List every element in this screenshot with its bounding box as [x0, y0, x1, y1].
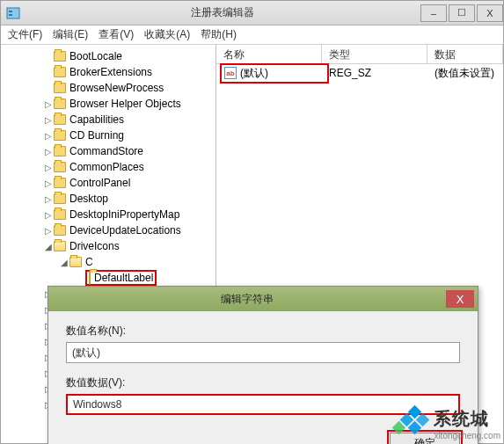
folder-icon: [54, 162, 66, 172]
dialog-titlebar: 编辑字符串 X: [48, 287, 478, 311]
tree-item-highlight: DefaultLabel: [85, 270, 157, 286]
menubar: 文件(F) 编辑(E) 查看(V) 收藏夹(A) 帮助(H): [1, 25, 503, 45]
tree-label: Desktop: [69, 193, 108, 205]
tree-label: CD Burning: [69, 129, 124, 142]
value-data: (数值未设置): [435, 66, 503, 81]
expander-icon[interactable]: ▷: [43, 131, 54, 141]
expander-icon[interactable]: ▷: [43, 115, 54, 125]
watermark-brand: 系统城: [434, 407, 500, 431]
folder-icon: [69, 257, 82, 267]
expander-icon[interactable]: ◢: [43, 242, 54, 251]
tree-label: CommonPlaces: [69, 161, 144, 173]
tree-item[interactable]: BrokerExtensions: [1, 64, 215, 80]
dialog-title: 编辑字符串: [48, 292, 446, 307]
watermark-url: xitongcheng.com: [434, 431, 500, 440]
folder-icon: [54, 193, 66, 204]
tree-label: BrokerExtensions: [69, 66, 152, 78]
tree-label: DriveIcons: [69, 240, 120, 252]
menu-view[interactable]: 查看(V): [99, 27, 134, 42]
menu-favorites[interactable]: 收藏夹(A): [144, 27, 190, 42]
dialog-close-button[interactable]: X: [446, 290, 474, 308]
watermark-text: 系统城 xitongcheng.com: [434, 407, 500, 440]
tree-label: Capabilities: [69, 113, 124, 126]
folder-icon: [54, 241, 66, 251]
menu-edit[interactable]: 编辑(E): [53, 27, 88, 42]
string-value-icon: ab: [224, 67, 237, 79]
tree-label: DefaultLabel: [94, 272, 153, 284]
titlebar: 注册表编辑器 – ☐ X: [1, 1, 503, 25]
value-type: REG_SZ: [329, 67, 435, 79]
tree-label: DesktopIniPropertyMap: [69, 208, 179, 221]
expander-icon[interactable]: ▷: [43, 163, 54, 172]
tree-item[interactable]: ▷CommandStore: [1, 143, 215, 159]
minimize-button[interactable]: –: [420, 4, 447, 22]
folder-icon: [54, 178, 66, 188]
value-data-label: 数值数据(V):: [66, 375, 460, 390]
list-row[interactable]: ab (默认) REG_SZ (数值未设置): [216, 64, 503, 82]
folder-icon: [54, 225, 66, 236]
folder-icon: [54, 51, 66, 62]
value-name-highlight: ab (默认): [220, 63, 329, 84]
window-buttons: – ☐ X: [419, 4, 503, 22]
tree-label: BrowseNewProcess: [69, 82, 164, 94]
svg-rect-0: [7, 8, 19, 18]
header-type[interactable]: 类型: [322, 45, 427, 63]
folder-icon: [54, 67, 66, 77]
tree-item[interactable]: BootLocale: [1, 48, 215, 64]
expander-icon[interactable]: ▷: [43, 147, 54, 156]
tree-item[interactable]: ▷ControlPanel: [1, 175, 215, 191]
expander-icon[interactable]: ▷: [43, 210, 54, 220]
tree-item[interactable]: ▷CommonPlaces: [1, 159, 215, 175]
tree-label: CommandStore: [69, 145, 143, 157]
maximize-button[interactable]: ☐: [449, 4, 475, 22]
svg-rect-2: [9, 14, 12, 16]
folder-icon: [89, 271, 91, 285]
close-button[interactable]: X: [477, 4, 503, 22]
tree-item[interactable]: ▷CD Burning: [1, 127, 215, 143]
window-title: 注册表编辑器: [26, 5, 419, 20]
tree-item[interactable]: BrowseNewProcess: [1, 80, 215, 96]
tree-item[interactable]: ▷Capabilities: [1, 112, 215, 127]
tree-item[interactable]: ◢DriveIcons: [1, 238, 215, 254]
tree-label: BootLocale: [69, 50, 122, 62]
expander-icon[interactable]: ◢: [59, 258, 69, 267]
folder-icon: [54, 146, 66, 156]
tree-label: C: [85, 256, 93, 268]
tree-label: Browser Helper Objects: [69, 98, 181, 110]
folder-icon: [54, 209, 66, 220]
value-name-label: 数值名称(N):: [66, 324, 460, 338]
value-name-input[interactable]: [66, 342, 460, 363]
regedit-icon: [6, 6, 20, 20]
expander-icon[interactable]: ▷: [43, 194, 54, 204]
value-name: (默认): [240, 66, 325, 81]
expander-icon[interactable]: ▷: [43, 178, 54, 188]
tree-item[interactable]: ▷Browser Helper Objects: [1, 96, 215, 112]
tree-label: ControlPanel: [69, 177, 130, 189]
menu-file[interactable]: 文件(F): [8, 27, 42, 42]
tree-item[interactable]: ◢C: [1, 254, 215, 270]
tree-item[interactable]: DefaultLabel: [1, 270, 215, 286]
expander-icon[interactable]: ▷: [43, 99, 54, 109]
header-name[interactable]: 名称: [216, 45, 322, 63]
tree-item[interactable]: ▷DeviceUpdateLocations: [1, 222, 215, 238]
expander-icon[interactable]: ▷: [43, 226, 54, 236]
header-data[interactable]: 数据: [427, 45, 503, 63]
folder-icon: [54, 83, 66, 93]
folder-icon: [54, 114, 66, 125]
svg-rect-1: [9, 11, 12, 12]
tree-item[interactable]: ▷DesktopIniPropertyMap: [1, 207, 215, 222]
menu-help[interactable]: 帮助(H): [201, 27, 237, 42]
list-header: 名称 类型 数据: [216, 45, 503, 64]
tree-label: DeviceUpdateLocations: [69, 224, 181, 237]
tree-item[interactable]: ▷Desktop: [1, 191, 215, 207]
folder-icon: [54, 98, 66, 109]
watermark: 系统城 xitongcheng.com: [398, 407, 500, 440]
folder-icon: [54, 130, 66, 141]
watermark-logo-icon: [398, 407, 432, 440]
